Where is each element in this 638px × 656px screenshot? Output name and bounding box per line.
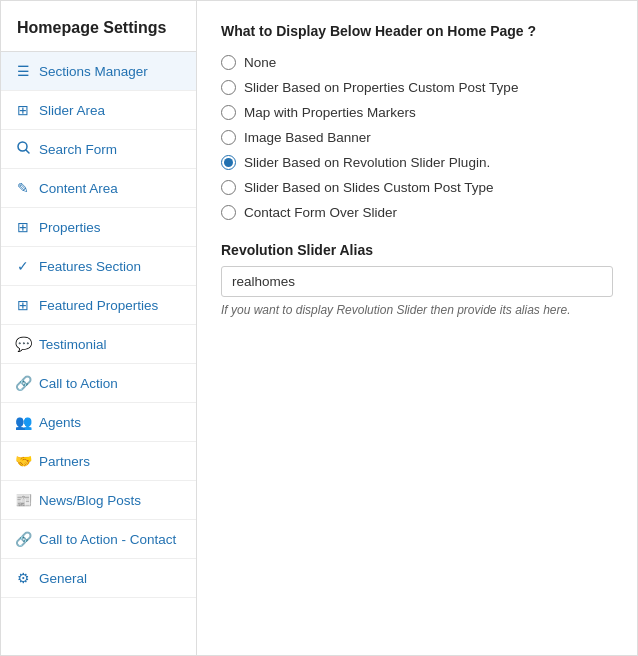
news-blog-icon: 📰 [15, 492, 31, 508]
sidebar-item-featured-properties[interactable]: ⊞ Featured Properties [1, 286, 196, 325]
radio-slides-custom[interactable]: Slider Based on Slides Custom Post Type [221, 180, 613, 195]
main-question: What to Display Below Header on Home Pag… [221, 23, 613, 39]
features-section-icon: ✓ [15, 258, 31, 274]
radio-contact-form-input[interactable] [221, 205, 236, 220]
radio-none[interactable]: None [221, 55, 613, 70]
radio-map-markers-label: Map with Properties Markers [244, 105, 416, 120]
sidebar-item-label: Search Form [39, 142, 117, 157]
radio-image-banner-label: Image Based Banner [244, 130, 371, 145]
sidebar-item-content-area[interactable]: ✎ Content Area [1, 169, 196, 208]
svg-line-1 [26, 150, 29, 153]
sidebar-item-call-to-action[interactable]: 🔗 Call to Action [1, 364, 196, 403]
main-content: What to Display Below Header on Home Pag… [197, 1, 637, 655]
sidebar-item-call-to-action-contact[interactable]: 🔗 Call to Action - Contact [1, 520, 196, 559]
general-icon: ⚙ [15, 570, 31, 586]
sidebar-item-label: Call to Action [39, 376, 118, 391]
sidebar-item-properties[interactable]: ⊞ Properties [1, 208, 196, 247]
radio-slider-custom-input[interactable] [221, 80, 236, 95]
sidebar-item-label: Properties [39, 220, 101, 235]
radio-image-banner[interactable]: Image Based Banner [221, 130, 613, 145]
radio-contact-form[interactable]: Contact Form Over Slider [221, 205, 613, 220]
sidebar-item-search-form[interactable]: Search Form [1, 130, 196, 169]
featured-properties-icon: ⊞ [15, 297, 31, 313]
sidebar-item-label: Features Section [39, 259, 141, 274]
sidebar-item-sections-manager[interactable]: ☰ Sections Manager [1, 52, 196, 91]
agents-icon: 👥 [15, 414, 31, 430]
call-to-action-contact-icon: 🔗 [15, 531, 31, 547]
sidebar-item-label: Featured Properties [39, 298, 158, 313]
properties-icon: ⊞ [15, 219, 31, 235]
sidebar-item-label: Testimonial [39, 337, 107, 352]
content-area-icon: ✎ [15, 180, 31, 196]
app-container: Homepage Settings ☰ Sections Manager ⊞ S… [0, 0, 638, 656]
sidebar-item-news-blog-posts[interactable]: 📰 News/Blog Posts [1, 481, 196, 520]
alias-hint: If you want to display Revolution Slider… [221, 303, 613, 317]
sidebar-item-label: News/Blog Posts [39, 493, 141, 508]
sidebar-item-testimonial[interactable]: 💬 Testimonial [1, 325, 196, 364]
testimonial-icon: 💬 [15, 336, 31, 352]
radio-slider-custom-label: Slider Based on Properties Custom Post T… [244, 80, 518, 95]
radio-revolution-slider-input[interactable] [221, 155, 236, 170]
sections-manager-icon: ☰ [15, 63, 31, 79]
sidebar-item-general[interactable]: ⚙ General [1, 559, 196, 598]
radio-none-input[interactable] [221, 55, 236, 70]
radio-slides-custom-label: Slider Based on Slides Custom Post Type [244, 180, 494, 195]
radio-map-markers[interactable]: Map with Properties Markers [221, 105, 613, 120]
sidebar-item-label: Content Area [39, 181, 118, 196]
radio-revolution-slider[interactable]: Slider Based on Revolution Slider Plugin… [221, 155, 613, 170]
sidebar-item-label: Agents [39, 415, 81, 430]
sidebar-header: Homepage Settings [1, 1, 196, 52]
sidebar-item-label: Slider Area [39, 103, 105, 118]
sidebar: Homepage Settings ☰ Sections Manager ⊞ S… [1, 1, 197, 655]
sidebar-item-features-section[interactable]: ✓ Features Section [1, 247, 196, 286]
radio-none-label: None [244, 55, 276, 70]
sidebar-item-label: General [39, 571, 87, 586]
partners-icon: 🤝 [15, 453, 31, 469]
radio-revolution-slider-label: Slider Based on Revolution Slider Plugin… [244, 155, 490, 170]
radio-contact-form-label: Contact Form Over Slider [244, 205, 397, 220]
alias-input[interactable] [221, 266, 613, 297]
sidebar-item-partners[interactable]: 🤝 Partners [1, 442, 196, 481]
alias-label: Revolution Slider Alias [221, 242, 613, 258]
sidebar-item-agents[interactable]: 👥 Agents [1, 403, 196, 442]
radio-slides-custom-input[interactable] [221, 180, 236, 195]
radio-slider-custom[interactable]: Slider Based on Properties Custom Post T… [221, 80, 613, 95]
radio-map-markers-input[interactable] [221, 105, 236, 120]
sidebar-item-slider-area[interactable]: ⊞ Slider Area [1, 91, 196, 130]
call-to-action-icon: 🔗 [15, 375, 31, 391]
slider-area-icon: ⊞ [15, 102, 31, 118]
display-options-group: None Slider Based on Properties Custom P… [221, 55, 613, 220]
radio-image-banner-input[interactable] [221, 130, 236, 145]
sidebar-item-label: Sections Manager [39, 64, 148, 79]
sidebar-item-label: Call to Action - Contact [39, 532, 176, 547]
sidebar-item-label: Partners [39, 454, 90, 469]
search-form-icon [15, 141, 31, 157]
